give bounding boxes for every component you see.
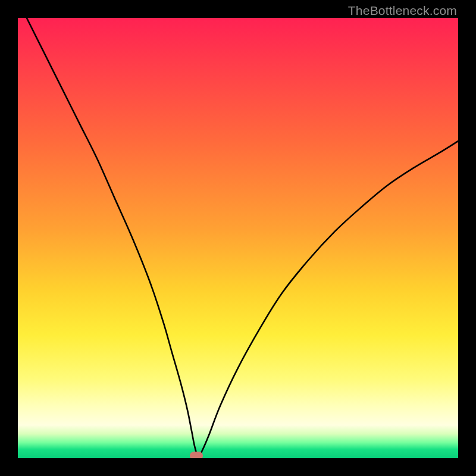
plot-area xyxy=(18,18,458,458)
bottleneck-curve xyxy=(18,18,458,458)
chart-frame: TheBottleneck.com xyxy=(0,0,476,476)
watermark-text: TheBottleneck.com xyxy=(348,4,457,18)
optimum-marker xyxy=(190,452,203,458)
